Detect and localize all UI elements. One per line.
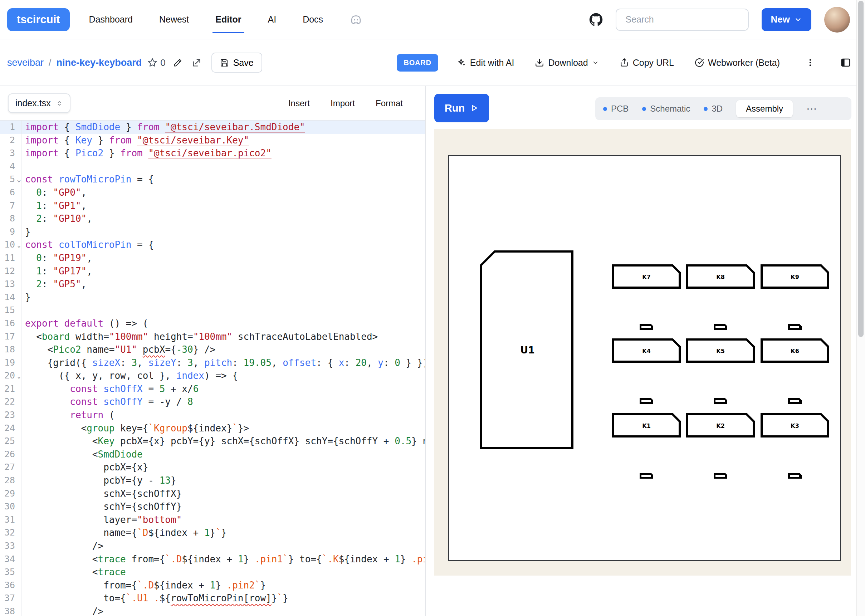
avatar[interactable]	[824, 7, 850, 33]
code-line-38[interactable]: 38 />	[0, 605, 425, 616]
breadcrumb-project[interactable]: nine-key-keyboard	[57, 57, 142, 68]
key-label-k5: K5	[716, 348, 725, 355]
assembly-canvas[interactable]: U1K7K8K9K4K5K6K1K2K3	[434, 129, 851, 575]
nav-item-docs[interactable]: Docs	[303, 14, 323, 25]
tabs-more-button[interactable]: ⋯	[806, 103, 818, 115]
open-external-button[interactable]	[190, 56, 204, 70]
panel-toggle-button[interactable]	[838, 57, 853, 68]
webworker-button[interactable]: Webworker (Beta)	[692, 57, 782, 68]
line-number: 31	[0, 513, 15, 526]
code-line-20[interactable]: 20⌄ ({ x, y, row, col }, index) => {	[0, 369, 425, 382]
line-number: 6	[0, 186, 15, 199]
code-line-5[interactable]: 5⌄const rowToMicroPin = {	[0, 173, 425, 186]
editor-menu-import[interactable]: Import	[331, 98, 355, 108]
code-line-21[interactable]: 21 const schOffX = 5 + x/6	[0, 382, 425, 396]
nav-item-newest[interactable]: Newest	[159, 14, 189, 25]
key-label-k8: K8	[716, 273, 725, 280]
rename-button[interactable]	[171, 56, 185, 70]
code-line-7[interactable]: 7 1: "GP1",	[0, 199, 425, 212]
preview-panel: Run PCBSchematic3DAssembly⋯ U1K7K8K9K4K5…	[426, 86, 865, 616]
save-button[interactable]: Save	[212, 53, 262, 72]
code-line-25[interactable]: 25 <Key pcbX={x} pcbY={y} schX={schOffX}…	[0, 435, 425, 448]
file-selector[interactable]: index.tsx	[8, 93, 71, 113]
board-badge[interactable]: BOARD	[397, 54, 438, 72]
code-line-12[interactable]: 12 1: "GP17",	[0, 265, 425, 278]
code-line-13[interactable]: 13 2: "GP5",	[0, 278, 425, 291]
code-text: schX={schOffX}	[25, 487, 182, 500]
tab-3d[interactable]: 3D	[704, 104, 723, 114]
tab-schematic[interactable]: Schematic	[642, 104, 690, 114]
code-line-3[interactable]: 3import { Pico2 } from "@tsci/seveibar.p…	[0, 147, 425, 160]
download-label: Download	[548, 58, 588, 68]
star-group[interactable]: 0	[148, 57, 165, 68]
page-scrollbar[interactable]	[856, 0, 865, 616]
scrollbar-thumb[interactable]	[858, 1, 863, 337]
tab-dot-icon	[704, 107, 708, 111]
code-line-30[interactable]: 30 schY={schOffY}	[0, 500, 425, 513]
diode-slot	[716, 326, 725, 328]
code-line-6[interactable]: 6 0: "GP0",	[0, 186, 425, 199]
code-line-32[interactable]: 32 name={`D${index + 1}`}	[0, 526, 425, 539]
search-input[interactable]	[615, 9, 749, 31]
line-number: 9	[0, 225, 15, 239]
code-line-27[interactable]: 27 pcbX={x}	[0, 461, 425, 474]
editor-menu-insert[interactable]: Insert	[288, 98, 310, 108]
code-area[interactable]: 1import { SmdDiode } from "@tsci/seveiba…	[0, 121, 425, 616]
tscircuit-logo[interactable]: tscircuit	[7, 8, 70, 31]
code-line-24[interactable]: 24 <group key={`Kgroup${index}`}>	[0, 422, 425, 435]
code-line-26[interactable]: 26 <SmdDiode	[0, 448, 425, 461]
code-line-11[interactable]: 11 0: "GP19",	[0, 251, 425, 265]
line-number: 23	[0, 409, 15, 422]
breadcrumb: seveibar / nine-key-keyboard	[7, 57, 142, 68]
code-line-19[interactable]: 19 {grid({ sizeX: 3, sizeY: 3, pitch: 19…	[0, 356, 425, 369]
code-line-31[interactable]: 31 layer="bottom"	[0, 513, 425, 526]
line-number: 33	[0, 539, 15, 553]
new-button[interactable]: New	[761, 8, 811, 31]
nav-item-dashboard[interactable]: Dashboard	[89, 14, 133, 25]
code-line-37[interactable]: 37 to={`.U1 .${rowToMicroPin[row]}`}	[0, 592, 425, 605]
code-line-8[interactable]: 8 2: "GP10",	[0, 212, 425, 225]
code-line-35[interactable]: 35 <trace	[0, 566, 425, 579]
nav-item-editor[interactable]: Editor	[215, 14, 241, 25]
editor-menu-format[interactable]: Format	[376, 98, 403, 108]
download-button[interactable]: Download	[533, 57, 601, 68]
nav-item-ai[interactable]: AI	[268, 14, 276, 25]
code-line-18[interactable]: 18 <Pico2 name="U1" pcbX={-30} />	[0, 343, 425, 356]
code-line-33[interactable]: 33 />	[0, 539, 425, 553]
code-text: 1: "GP1",	[25, 199, 86, 212]
code-line-23[interactable]: 23 return (	[0, 409, 425, 422]
code-line-2[interactable]: 2import { Key } from "@tsci/seveibar.Key…	[0, 134, 425, 147]
tab-pcb[interactable]: PCB	[603, 104, 628, 114]
code-line-15[interactable]: 15	[0, 304, 425, 317]
code-line-36[interactable]: 36 from={`.D${index + 1} .pin2`}	[0, 579, 425, 592]
code-line-9[interactable]: 9}	[0, 225, 425, 239]
github-icon[interactable]	[589, 13, 603, 27]
more-options-button[interactable]	[804, 58, 817, 67]
code-line-17[interactable]: 17 <board width="100mm" height="100mm" s…	[0, 330, 425, 343]
code-line-10[interactable]: 10⌄const colToMicroPin = {	[0, 238, 425, 251]
diode-slot	[641, 400, 651, 402]
code-line-14[interactable]: 14}	[0, 291, 425, 304]
code-line-28[interactable]: 28 pcbY={y - 13}	[0, 474, 425, 487]
run-button[interactable]: Run	[434, 94, 489, 123]
tab-assembly[interactable]: Assembly	[736, 100, 793, 117]
webworker-label: Webworker (Beta)	[708, 58, 780, 68]
discord-icon[interactable]	[350, 13, 363, 26]
sidebar-panel-icon	[840, 57, 851, 68]
line-number: 8	[0, 212, 15, 225]
code-line-34[interactable]: 34 <trace from={`.D${index + 1} .pin1`} …	[0, 553, 425, 566]
line-number: 38	[0, 605, 15, 616]
key-label-k2: K2	[716, 423, 725, 429]
code-line-22[interactable]: 22 const schOffY = -y / 8	[0, 395, 425, 409]
key-label-k9: K9	[791, 273, 799, 280]
copy-url-button[interactable]: Copy URL	[617, 57, 676, 68]
breadcrumb-owner[interactable]: seveibar	[7, 57, 44, 68]
code-line-4[interactable]: 4	[0, 160, 425, 173]
line-number: 36	[0, 579, 15, 592]
code-text: pcbX={x}	[25, 461, 148, 474]
edit-with-ai-button[interactable]: Edit with AI	[455, 57, 516, 68]
code-line-1[interactable]: 1import { SmdDiode } from "@tsci/seveiba…	[0, 121, 425, 134]
code-line-29[interactable]: 29 schX={schOffX}	[0, 487, 425, 500]
code-text: 1: "GP17",	[25, 265, 92, 278]
code-line-16[interactable]: 16export default () => (	[0, 317, 425, 330]
